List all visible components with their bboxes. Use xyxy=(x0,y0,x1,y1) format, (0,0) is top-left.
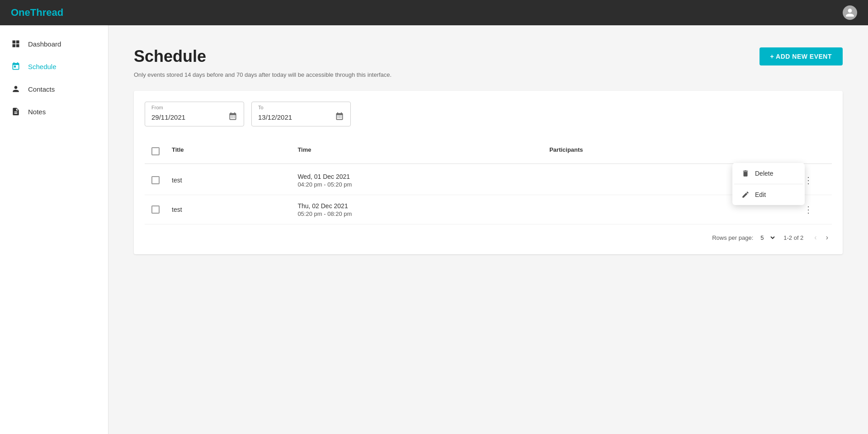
layout: Dashboard Schedule Contacts Notes Schedu… xyxy=(0,25,868,434)
topbar: OneThread xyxy=(0,0,868,25)
table-row: test Wed, 01 Dec 2021 04:20 pm - 05:20 p… xyxy=(145,166,832,195)
header-title: Title xyxy=(166,143,292,160)
dashboard-icon xyxy=(11,39,21,49)
pagination-info: 1-2 of 2 xyxy=(783,234,803,241)
from-date-input[interactable] xyxy=(151,113,215,121)
app-logo: OneThread xyxy=(11,7,63,19)
row1-checkbox-cell xyxy=(145,172,166,189)
pagination-nav: ‹ › xyxy=(811,232,832,243)
context-menu: Delete Edit xyxy=(732,163,805,205)
header-time: Time xyxy=(292,143,544,160)
logo-part2: Thread xyxy=(30,7,63,18)
to-date-input[interactable] xyxy=(258,113,321,121)
sidebar-item-dashboard[interactable]: Dashboard xyxy=(0,33,108,55)
header-actions xyxy=(796,143,832,160)
logo-part1: One xyxy=(11,7,30,18)
contacts-icon xyxy=(11,84,21,94)
row2-participants xyxy=(544,205,796,214)
next-page-button[interactable]: › xyxy=(822,232,832,243)
page-subtitle: Only events stored 14 days before and 70… xyxy=(134,71,843,78)
row2-time-range: 05:20 pm - 08:20 pm xyxy=(297,210,538,217)
add-event-button[interactable]: + ADD NEW EVENT xyxy=(760,47,843,65)
schedule-card: From To xyxy=(134,91,843,254)
sidebar-item-notes[interactable]: Notes xyxy=(0,100,108,123)
header-checkbox-cell xyxy=(145,143,166,160)
from-label: From xyxy=(151,105,163,110)
sidebar: Dashboard Schedule Contacts Notes xyxy=(0,25,108,434)
main-content: Schedule + ADD NEW EVENT Only events sto… xyxy=(108,25,868,434)
rows-per-page: Rows per page: 5 10 25 xyxy=(712,233,776,243)
prev-page-button[interactable]: ‹ xyxy=(811,232,820,243)
delete-label: Delete xyxy=(755,170,773,177)
row1-actions: ⋮ Delete Edit xyxy=(796,168,832,193)
sidebar-item-contacts[interactable]: Contacts xyxy=(0,78,108,100)
row2-time: Thu, 02 Dec 2021 05:20 pm - 08:20 pm xyxy=(292,198,544,222)
row1-time-range: 04:20 pm - 05:20 pm xyxy=(297,181,538,188)
trash-icon xyxy=(741,169,750,177)
row2-date: Thu, 02 Dec 2021 xyxy=(297,202,538,210)
from-date-field: From xyxy=(145,102,244,126)
row1-checkbox[interactable] xyxy=(151,176,160,184)
date-range: From To xyxy=(145,102,832,126)
sidebar-label-contacts: Contacts xyxy=(28,85,55,93)
row1-time: Wed, 01 Dec 2021 04:20 pm - 05:20 pm xyxy=(292,168,544,192)
row2-checkbox[interactable] xyxy=(151,205,160,214)
row2-checkbox-cell xyxy=(145,201,166,218)
edit-icon xyxy=(741,191,750,199)
rows-per-page-select[interactable]: 5 10 25 xyxy=(757,233,776,243)
page-header: Schedule + ADD NEW EVENT xyxy=(134,47,843,66)
notes-icon xyxy=(11,107,21,117)
schedule-icon xyxy=(11,61,21,71)
row2-title: test xyxy=(166,201,292,218)
to-calendar-icon[interactable] xyxy=(335,112,344,122)
edit-label: Edit xyxy=(755,191,766,198)
header-participants: Participants xyxy=(544,143,796,160)
select-all-checkbox[interactable] xyxy=(151,147,160,155)
sidebar-item-schedule[interactable]: Schedule xyxy=(0,55,108,78)
sidebar-label-schedule: Schedule xyxy=(28,63,57,70)
rows-per-page-label: Rows per page: xyxy=(712,234,753,241)
sidebar-label-dashboard: Dashboard xyxy=(28,40,61,48)
pagination: Rows per page: 5 10 25 1-2 of 2 ‹ › xyxy=(145,232,832,243)
account-button[interactable] xyxy=(843,5,857,20)
to-label: To xyxy=(258,105,264,110)
table-header: Title Time Participants xyxy=(145,139,832,164)
table-row: test Thu, 02 Dec 2021 05:20 pm - 08:20 p… xyxy=(145,195,832,224)
to-date-field: To xyxy=(251,102,351,126)
row1-date: Wed, 01 Dec 2021 xyxy=(297,173,538,180)
row1-title: test xyxy=(166,172,292,188)
delete-menu-item[interactable]: Delete xyxy=(732,163,805,184)
edit-menu-item[interactable]: Edit xyxy=(732,184,805,205)
from-calendar-icon[interactable] xyxy=(228,112,237,122)
page-title: Schedule xyxy=(134,47,206,66)
sidebar-label-notes: Notes xyxy=(28,108,46,116)
